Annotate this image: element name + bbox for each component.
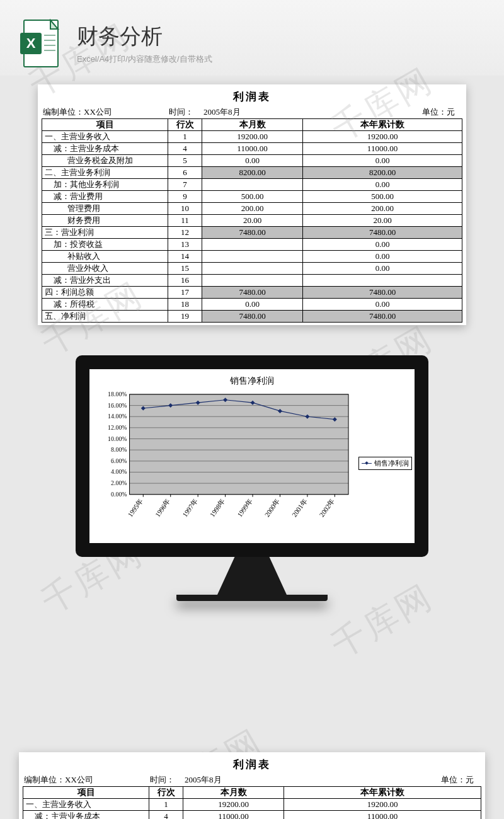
cell-line: 1 <box>149 799 183 811</box>
svg-text:2000年: 2000年 <box>263 497 281 518</box>
chart-title: 销售净利润 <box>230 372 274 388</box>
monitor-screen: 销售净利润 0.00%2.00%4.00%6.00%8.00%10.00%12.… <box>76 355 428 557</box>
org-label: 编制单位： <box>43 107 84 117</box>
svg-text:1996年: 1996年 <box>154 497 172 518</box>
cell-line: 12 <box>168 227 202 239</box>
cell-month <box>202 263 303 275</box>
cell-month: 11000.00 <box>183 811 284 820</box>
cell-line: 10 <box>168 203 202 215</box>
col-ytd: 本年累计数 <box>303 119 462 131</box>
cell-line: 14 <box>168 251 202 263</box>
cell-item: 减：所得税 <box>42 299 168 311</box>
cell-item: 管理费用 <box>42 203 168 215</box>
cell-month: 7480.00 <box>202 287 303 299</box>
col-item: 项目 <box>42 119 168 131</box>
cell-month: 200.00 <box>202 203 303 215</box>
cell-item: 减：营业外支出 <box>42 275 168 287</box>
cell-month: 19200.00 <box>183 799 284 811</box>
profit-table: 项目 行次 本月数 本年累计数 一、主营业务收入119200.0019200.0… <box>23 786 481 819</box>
cell-line: 17 <box>168 287 202 299</box>
cell-month: 0.00 <box>202 155 303 167</box>
svg-text:4.00%: 4.00% <box>111 468 127 475</box>
table-row: 四：利润总额177480.007480.00 <box>42 287 462 299</box>
cell-item: 营业外收入 <box>42 263 168 275</box>
cell-ytd: 11000.00 <box>284 811 481 820</box>
table-row: 一、主营业务收入119200.0019200.00 <box>42 131 462 143</box>
cell-item: 加：投资收益 <box>42 239 168 251</box>
cell-month: 500.00 <box>202 191 303 203</box>
cell-item: 财务费用 <box>42 215 168 227</box>
table-row: 三：营业利润127480.007480.00 <box>42 227 462 239</box>
table-row: 营业务税金及附加50.000.00 <box>42 155 462 167</box>
cell-item: 三：营业利润 <box>42 227 168 239</box>
cell-line: 16 <box>168 275 202 287</box>
table-row: 减：营业外支出16 <box>42 275 462 287</box>
cell-month: 19200.00 <box>202 131 303 143</box>
page-header: X 财务分析 Excel/A4打印/内容随意修改/自带格式 <box>0 0 504 76</box>
time-label: 时间： <box>169 106 203 118</box>
cell-ytd: 0.00 <box>303 251 462 263</box>
svg-text:1995年: 1995年 <box>126 497 144 518</box>
cell-line: 11 <box>168 215 202 227</box>
svg-text:16.00%: 16.00% <box>108 402 127 409</box>
table-row: 减：主营业务成本411000.0011000.00 <box>42 143 462 155</box>
sheet-meta-row: 编制单位：XX公司 时间： 2005年8月 单位：元 <box>42 106 462 118</box>
sheet-meta-row: 编制单位：XX公司 时间： 2005年8月 单位：元 <box>23 774 481 786</box>
svg-text:10.00%: 10.00% <box>108 435 127 442</box>
cell-line: 1 <box>168 131 202 143</box>
svg-text:1998年: 1998年 <box>209 497 227 518</box>
unit-label: 单位： <box>422 107 447 117</box>
table-row: 一、主营业务收入119200.0019200.00 <box>23 799 481 811</box>
cell-ytd: 0.00 <box>303 263 462 275</box>
svg-text:1999年: 1999年 <box>236 497 254 518</box>
cell-ytd: 0.00 <box>303 299 462 311</box>
table-row: 营业外收入150.00 <box>42 263 462 275</box>
svg-text:X: X <box>26 35 36 51</box>
svg-text:2002年: 2002年 <box>318 497 336 518</box>
svg-text:12.00%: 12.00% <box>108 424 127 431</box>
cell-month: 7480.00 <box>202 227 303 239</box>
table-row: 减：主营业务成本411000.0011000.00 <box>23 811 481 820</box>
cell-ytd: 0.00 <box>303 155 462 167</box>
time-value: 2005年8月 <box>203 106 273 118</box>
table-row: 二、主营业务利润68200.008200.00 <box>42 167 462 179</box>
svg-text:8.00%: 8.00% <box>111 446 127 453</box>
table-row: 减：营业费用9500.00500.00 <box>42 191 462 203</box>
monitor-stand <box>217 557 287 595</box>
cell-ytd: 11000.00 <box>303 143 462 155</box>
svg-rect-7 <box>130 394 348 495</box>
cell-item: 减：主营业务成本 <box>42 143 168 155</box>
table-row: 减：所得税180.000.00 <box>42 299 462 311</box>
cell-ytd: 7480.00 <box>303 287 462 299</box>
profit-table: 项目 行次 本月数 本年累计数 一、主营业务收入119200.0019200.0… <box>42 118 462 323</box>
cell-month: 8200.00 <box>202 167 303 179</box>
unit-value: 元 <box>447 107 455 117</box>
cell-item: 补贴收入 <box>42 251 168 263</box>
svg-text:18.00%: 18.00% <box>108 391 127 398</box>
cell-month <box>202 179 303 191</box>
monitor-base <box>176 595 328 601</box>
table-row: 加：投资收益130.00 <box>42 239 462 251</box>
cell-ytd: 19200.00 <box>303 131 462 143</box>
chart-legend: 销售净利润 <box>358 457 412 470</box>
table-row: 管理费用10200.00200.00 <box>42 203 462 215</box>
cell-ytd: 20.00 <box>303 215 462 227</box>
cell-line: 15 <box>168 263 202 275</box>
sheet-title: 利润表 <box>42 88 462 106</box>
table-row: 五、净利润197480.007480.00 <box>42 311 462 323</box>
svg-text:2.00%: 2.00% <box>111 479 127 486</box>
svg-text:1997年: 1997年 <box>181 497 199 518</box>
org-value: XX公司 <box>84 107 112 117</box>
cell-line: 18 <box>168 299 202 311</box>
legend-series-label: 销售净利润 <box>374 459 409 468</box>
cell-line: 6 <box>168 167 202 179</box>
cell-line: 9 <box>168 191 202 203</box>
cell-month: 20.00 <box>202 215 303 227</box>
cell-item: 二、主营业务利润 <box>42 167 168 179</box>
table-row: 补贴收入140.00 <box>42 251 462 263</box>
cell-item: 减：营业费用 <box>42 191 168 203</box>
table-row: 财务费用1120.0020.00 <box>42 215 462 227</box>
excel-file-icon: X <box>19 19 63 68</box>
cell-ytd: 7480.00 <box>303 227 462 239</box>
net-profit-line-chart: 0.00%2.00%4.00%6.00%8.00%10.00%12.00%14.… <box>92 388 355 538</box>
